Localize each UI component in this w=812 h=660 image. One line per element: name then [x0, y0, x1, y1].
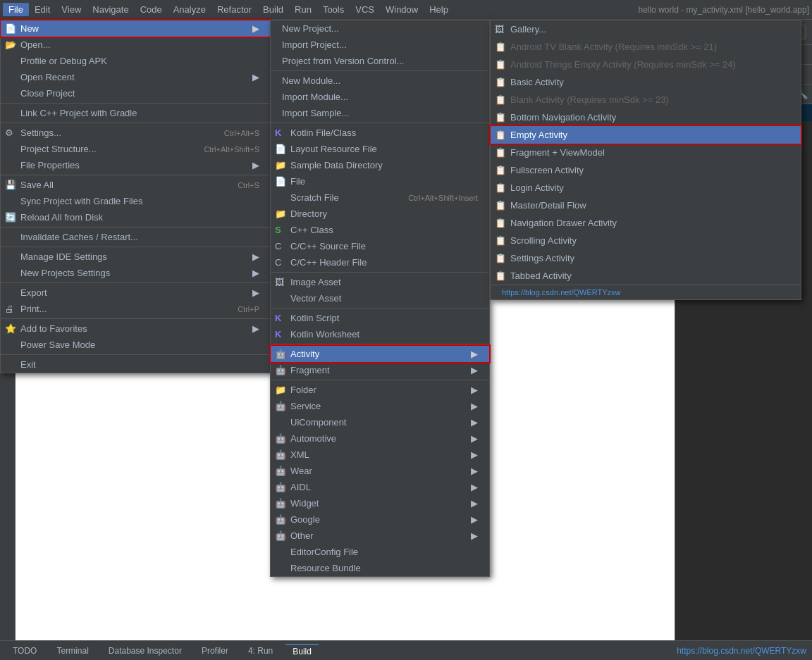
new-submenu-item-editorconfig[interactable]: EditorConfig File [271, 544, 489, 560]
menu-item-print[interactable]: 🖨 Print... Ctrl+P [1, 301, 271, 317]
menu-vcs[interactable]: VCS [350, 3, 380, 16]
status-tab-profiler[interactable]: Profiler [195, 645, 235, 657]
menu-item-link-cpp[interactable]: Link C++ Project with Gradle [1, 105, 271, 121]
activity-item-login[interactable]: 📋 Login Activity [491, 179, 801, 197]
star-icon: ⭐ [5, 323, 16, 334]
menu-item-invalidate[interactable]: Invalidate Caches / Restart... [1, 229, 271, 245]
activity-item-fullscreen[interactable]: 📋 Fullscreen Activity [491, 161, 801, 179]
new-submenu-item-uicomponent[interactable]: UiComponent ▶ [271, 414, 489, 430]
item-label: Export [20, 287, 47, 298]
save-icon: 💾 [5, 180, 16, 190]
new-submenu-item-kotlin-script[interactable]: K Kotlin Script [271, 310, 489, 326]
menu-item-open-recent[interactable]: Open Recent ▶ [1, 69, 271, 85]
activity-item-fragment-viewmodel[interactable]: 📋 Fragment + ViewModel [491, 144, 801, 161]
menu-item-export[interactable]: Export ▶ [1, 285, 271, 301]
new-submenu-item-kotlin-file[interactable]: K Kotlin File/Class [271, 125, 489, 141]
menu-item-project-structure[interactable]: Project Structure... Ctrl+Alt+Shift+S [1, 141, 271, 157]
menu-item-new-project-settings[interactable]: New Projects Settings ▶ [1, 265, 271, 281]
new-submenu-item-directory[interactable]: 📁 Directory [271, 206, 489, 222]
activity-item-scrolling[interactable]: 📋 Scrolling Activity [491, 232, 801, 249]
activity-item-settings[interactable]: 📋 Settings Activity [491, 249, 801, 267]
new-submenu-item-wear[interactable]: 🤖 Wear ▶ [271, 463, 489, 479]
new-submenu-item-resource-bundle[interactable]: Resource Bundle [271, 560, 489, 576]
new-submenu-item-scratch[interactable]: Scratch File Ctrl+Alt+Shift+Insert [271, 189, 489, 206]
menu-item-close-project[interactable]: Close Project [1, 85, 271, 101]
menu-view[interactable]: View [56, 3, 87, 16]
activity-item-things-empty[interactable]: 📋 Android Things Empty Activity (Require… [491, 56, 801, 73]
new-submenu-item-import-project[interactable]: Import Project... [271, 37, 489, 53]
new-submenu-item-cpp-header[interactable]: C C/C++ Header File [271, 254, 489, 270]
menu-analyze[interactable]: Analyze [168, 3, 211, 16]
menu-item-save-all[interactable]: 💾 Save All Ctrl+S [1, 177, 271, 193]
menu-item-exit[interactable]: Exit [1, 356, 271, 373]
status-tab-build[interactable]: Build [285, 644, 319, 658]
new-submenu-item-module[interactable]: New Module... [271, 73, 489, 89]
menu-window[interactable]: Window [380, 3, 424, 16]
new-submenu-item-import-module[interactable]: Import Module... [271, 89, 489, 105]
menu-item-debug-apk[interactable]: Profile or Debug APK [1, 53, 271, 69]
item-label: Kotlin File/Class [290, 127, 356, 138]
new-submenu-item-project[interactable]: New Project... [271, 20, 489, 37]
menu-navigate[interactable]: Navigate [87, 3, 134, 16]
status-tab-terminal[interactable]: Terminal [49, 645, 95, 657]
new-submenu-item-sample-dir[interactable]: 📁 Sample Data Directory [271, 157, 489, 173]
new-submenu-item-activity[interactable]: 🤖 Activity ▶ [271, 346, 489, 362]
menu-file[interactable]: File [3, 3, 29, 16]
separator [1, 227, 271, 228]
new-submenu-item-fragment[interactable]: 🤖 Fragment ▶ [271, 362, 489, 378]
new-submenu-item-cpp-source[interactable]: C C/C++ Source File [271, 238, 489, 254]
menu-item-power-save[interactable]: Power Save Mode [1, 337, 271, 353]
activity-item-basic[interactable]: 📋 Basic Activity [491, 73, 801, 91]
menu-item-sync-gradle[interactable]: Sync Project with Gradle Files [1, 193, 271, 209]
activity-item-empty[interactable]: 📋 Empty Activity [491, 126, 801, 144]
activity-item-master-detail[interactable]: 📋 Master/Detail Flow [491, 197, 801, 214]
activity-item-nav-drawer[interactable]: 📋 Navigation Drawer Activity [491, 214, 801, 232]
login-icon: 📋 [495, 182, 506, 193]
menu-item-new[interactable]: 📄 New ▶ [1, 20, 271, 37]
status-tab-db-inspector[interactable]: Database Inspector [102, 645, 189, 657]
menu-item-open[interactable]: 📂 Open... [1, 37, 271, 53]
new-submenu-item-kotlin-worksheet[interactable]: K Kotlin Worksheet [271, 326, 489, 342]
menu-item-add-favorites[interactable]: ⭐ Add to Favorites ▶ [1, 320, 271, 337]
new-submenu-item-version-control[interactable]: Project from Version Control... [271, 53, 489, 69]
item-label: Close Project [20, 88, 75, 99]
kotlin-script-icon: K [275, 313, 281, 323]
new-submenu-item-service[interactable]: 🤖 Service ▶ [271, 398, 489, 414]
status-tab-run[interactable]: 4: Run [241, 645, 280, 657]
new-submenu-item-aidl[interactable]: 🤖 AIDL ▶ [271, 479, 489, 495]
menu-help[interactable]: Help [424, 3, 454, 16]
new-submenu-item-layout[interactable]: 📄 Layout Resource File [271, 141, 489, 157]
activity-item-tabbed[interactable]: 📋 Tabbed Activity [491, 267, 801, 285]
menu-item-settings[interactable]: ⚙ Settings... Ctrl+Alt+S [1, 125, 271, 141]
new-submenu-item-vector-asset[interactable]: Vector Asset [271, 290, 489, 306]
new-submenu-item-file[interactable]: 📄 File [271, 173, 489, 189]
activity-item-blank[interactable]: 📋 Blank Activity (Requires minSdk >= 23) [491, 91, 801, 108]
menu-code[interactable]: Code [135, 3, 168, 16]
menu-tools[interactable]: Tools [317, 3, 350, 16]
status-url[interactable]: https://blog.csdn.net/QWERTYzxw [677, 646, 806, 656]
activity-item-tv-blank[interactable]: 📋 Android TV Blank Activity (Requires mi… [491, 38, 801, 56]
new-submenu-item-import-sample[interactable]: Import Sample... [271, 105, 489, 121]
menu-build[interactable]: Build [257, 3, 289, 16]
menu-item-reload[interactable]: 🔄 Reload All from Disk [1, 209, 271, 225]
new-submenu-item-automotive[interactable]: 🤖 Automotive ▶ [271, 430, 489, 447]
activity-item-gallery[interactable]: 🖼 Gallery... [491, 20, 801, 38]
item-label: Android TV Blank Activity (Requires minS… [510, 42, 717, 52]
new-submenu-item-google[interactable]: 🤖 Google ▶ [271, 511, 489, 528]
status-tab-todo[interactable]: TODO [6, 645, 44, 657]
activity-item-bottom-nav[interactable]: 📋 Bottom Navigation Activity [491, 108, 801, 126]
new-submenu-item-xml[interactable]: 🤖 XML ▶ [271, 447, 489, 463]
menu-item-manage-ide[interactable]: Manage IDE Settings ▶ [1, 249, 271, 265]
open-icon: 📂 [5, 39, 16, 50]
new-submenu-item-folder[interactable]: 📁 Folder ▶ [271, 382, 489, 398]
new-submenu-item-cpp-class[interactable]: S C++ Class [271, 222, 489, 238]
menu-refactor[interactable]: Refactor [211, 3, 257, 16]
menu-run[interactable]: Run [289, 3, 317, 16]
new-submenu-item-image-asset[interactable]: 🖼 Image Asset [271, 274, 489, 290]
menu-edit[interactable]: Edit [29, 3, 56, 16]
menu-item-file-properties[interactable]: File Properties ▶ [1, 157, 271, 173]
new-submenu-item-other[interactable]: 🤖 Other ▶ [271, 528, 489, 544]
arrow-icon: ▶ [471, 530, 478, 541]
arrow-icon: ▶ [471, 349, 478, 359]
new-submenu-item-widget[interactable]: 🤖 Widget ▶ [271, 495, 489, 511]
